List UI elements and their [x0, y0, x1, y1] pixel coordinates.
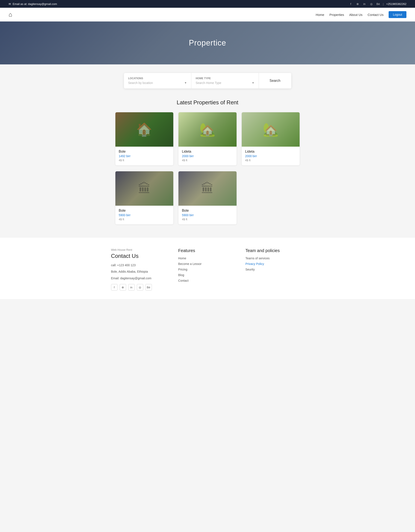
property-info-5: Bole 5900 birr 4$ ft: [178, 206, 237, 224]
footer-linkedin-icon[interactable]: in: [128, 284, 135, 290]
nav-home-link[interactable]: Home: [316, 13, 324, 17]
property-card-3[interactable]: Lideta 2000 birr 4$ ft: [242, 112, 300, 165]
home-type-select[interactable]: Search Home Type ▼: [196, 81, 254, 85]
footer-contact-col: Web House Rent Contact Us call: +123 400…: [111, 248, 170, 290]
topbar-phone: +251965382262: [386, 2, 406, 6]
property-size-5: 4$ ft: [182, 218, 233, 221]
property-grid-row1: Bole 1492 birr 4$ ft Lideta 2000 birr 4$…: [115, 112, 300, 165]
location-placeholder: Search by location: [128, 81, 153, 85]
property-location-5: Bole: [182, 209, 233, 213]
footer-instagram-icon[interactable]: ◎: [137, 284, 143, 290]
property-location-3: Lideta: [245, 150, 296, 153]
footer-globe-icon[interactable]: ⊕: [120, 284, 126, 290]
footer-inner: Web House Rent Contact Us call: +123 400…: [111, 248, 304, 290]
logo: ⌂: [9, 11, 12, 18]
footer-policies-col: Team and policies Tearns of services Pri…: [245, 248, 304, 290]
logout-button[interactable]: Logout: [389, 11, 406, 18]
topbar-divider: |: [383, 2, 383, 6]
navbar: ⌂ Home Properties About Us Contact Us Lo…: [0, 8, 415, 21]
property-size-2: 4$ ft: [182, 159, 233, 162]
property-price-5: 5900 birr: [182, 213, 233, 217]
topbar-instagram-icon[interactable]: ◎: [369, 2, 373, 6]
property-price-2: 2000 birr: [182, 154, 233, 158]
footer-features-title: Features: [178, 248, 237, 253]
footer-feature-home[interactable]: Home: [178, 256, 237, 260]
nav-about-link[interactable]: About Us: [349, 13, 362, 17]
email-icon: ✉: [9, 2, 11, 6]
footer-policy-terms[interactable]: Tearns of services: [245, 256, 304, 260]
property-image-2: [178, 112, 237, 147]
property-size-1: 4$ ft: [119, 159, 170, 162]
footer-feature-contact[interactable]: Contact: [178, 279, 237, 282]
property-image-5: [178, 171, 237, 206]
properties-section: Latest Properties of Rent Bole 1492 birr…: [111, 93, 304, 237]
hero-title: Propertice: [189, 38, 226, 48]
home-type-label: Home Type: [196, 77, 254, 80]
nav-properties-link[interactable]: Properties: [329, 13, 344, 17]
topbar-email: Email as at: dagitensay@gmail.com: [13, 2, 57, 6]
footer-feature-blog[interactable]: Blog: [178, 273, 237, 277]
property-info-1: Bole 1492 birr 4$ ft: [115, 147, 174, 165]
nav-links: Home Properties About Us Contact Us Logo…: [316, 11, 406, 18]
footer-behance-icon[interactable]: Bé: [145, 284, 152, 290]
topbar: ✉ Email as at: dagitensay@gmail.com f ⊕ …: [0, 0, 415, 8]
footer-feature-lessor[interactable]: Become a Lessor: [178, 262, 237, 266]
topbar-behance-icon[interactable]: Bé: [376, 2, 380, 6]
property-info-4: Bole 5900 birr 4$ ft: [115, 206, 174, 224]
footer-brand: Web House Rent: [111, 248, 170, 251]
footer-email: Email: dagitensay@gmail.com: [111, 276, 170, 281]
property-image-1: [115, 112, 174, 147]
property-card-5[interactable]: Bole 5900 birr 4$ ft: [178, 171, 237, 224]
property-price-3: 2000 birr: [245, 154, 296, 158]
home-type-field: Home Type Search Home Type ▼: [191, 73, 259, 88]
property-image-3: [242, 112, 300, 147]
footer: Web House Rent Contact Us call: +123 400…: [0, 237, 415, 299]
search-bar: Locations Search by location ▼ Home Type…: [124, 73, 291, 88]
property-location-2: Lideta: [182, 150, 233, 153]
property-price-1: 1492 birr: [119, 154, 170, 158]
section-title: Latest Properties of Rent: [115, 99, 300, 106]
topbar-linkedin-icon[interactable]: in: [362, 2, 367, 6]
property-location-1: Bole: [119, 150, 170, 153]
location-select[interactable]: Search by location ▼: [128, 81, 187, 85]
property-location-4: Bole: [119, 209, 170, 213]
footer-policy-privacy[interactable]: Privacy Policy: [245, 262, 304, 266]
footer-features-col: Features Home Become a Lessor Pricing Bl…: [178, 248, 237, 290]
property-info-2: Lideta 2000 birr 4$ ft: [178, 147, 237, 165]
topbar-globe-icon[interactable]: ⊕: [355, 2, 360, 6]
location-chevron-down-icon: ▼: [184, 81, 187, 84]
footer-feature-pricing[interactable]: Pricing: [178, 268, 237, 271]
property-info-3: Lideta 2000 birr 4$ ft: [242, 147, 300, 165]
property-image-4: [115, 171, 174, 206]
footer-policies-title: Team and policies: [245, 248, 304, 253]
property-card-4[interactable]: Bole 5900 birr 4$ ft: [115, 171, 174, 224]
footer-phone: call: +123 400 123: [111, 263, 170, 267]
home-type-chevron-down-icon: ▼: [252, 81, 254, 84]
topbar-left: ✉ Email as at: dagitensay@gmail.com: [9, 2, 57, 6]
topbar-facebook-icon[interactable]: f: [349, 2, 353, 6]
property-card-1[interactable]: Bole 1492 birr 4$ ft: [115, 112, 174, 165]
property-grid-row2: Bole 5900 birr 4$ ft Bole 5900 birr 4$ f…: [115, 171, 300, 224]
property-card-2[interactable]: Lideta 2000 birr 4$ ft: [178, 112, 237, 165]
footer-facebook-icon[interactable]: f: [111, 284, 118, 290]
property-size-3: 4$ ft: [245, 159, 296, 162]
home-type-placeholder: Search Home Type: [196, 81, 221, 85]
locations-label: Locations: [128, 77, 187, 80]
nav-contact-link[interactable]: Contact Us: [368, 13, 383, 17]
property-price-4: 5900 birr: [119, 213, 170, 217]
location-search-field: Locations Search by location ▼: [124, 73, 192, 88]
footer-address: Bole, Addis Ababa, Ethiopia: [111, 269, 170, 274]
topbar-right: f ⊕ in ◎ Bé | +251965382262: [349, 2, 406, 6]
footer-policy-security[interactable]: Seurity: [245, 268, 304, 271]
logo-home-icon: ⌂: [9, 11, 12, 18]
search-button[interactable]: Search: [259, 73, 291, 88]
hero-section: Propertice: [0, 21, 415, 64]
property-size-4: 4$ ft: [119, 218, 170, 221]
footer-contact-title: Contact Us: [111, 253, 170, 259]
footer-socials: f ⊕ in ◎ Bé: [111, 284, 170, 290]
